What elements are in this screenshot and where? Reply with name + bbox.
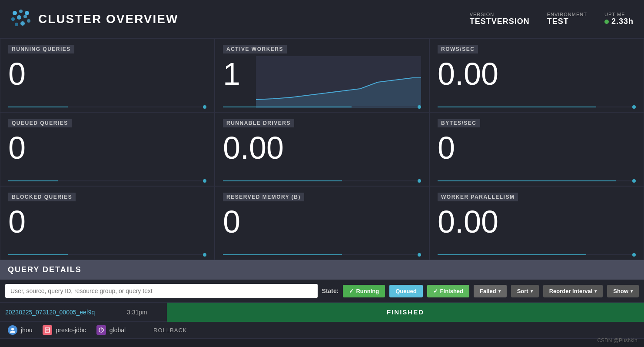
- rollback-label: ROLLBACK: [153, 327, 187, 334]
- environment-value: TEST: [547, 17, 569, 26]
- metric-rows-sec-value: 0.00: [438, 57, 636, 91]
- finished-button-label: Finished: [440, 288, 463, 294]
- search-input[interactable]: [5, 284, 318, 298]
- finished-check-icon: ✓: [433, 288, 438, 294]
- metric-queued-queries-bar: [8, 180, 206, 181]
- query-user-item: jhou: [8, 325, 32, 335]
- metric-queued-queries-label: QUEUED QUERIES: [8, 119, 72, 127]
- metric-queued-queries: QUEUED QUERIES 0: [0, 112, 215, 186]
- svg-point-1: [19, 10, 23, 13]
- metric-rows-sec-bar: [438, 107, 636, 107]
- page-title: CLUSTER OVERVIEW: [38, 12, 178, 26]
- svg-point-3: [11, 17, 15, 21]
- catalog-icon: [96, 325, 106, 335]
- metric-bytes-sec: BYTES/SEC 0: [429, 112, 644, 186]
- version-label: VERSION: [470, 12, 495, 17]
- show-button[interactable]: Show ▾: [607, 285, 639, 297]
- environment-meta: ENVIRONMENT TEST: [547, 12, 587, 26]
- finished-filter-button[interactable]: ✓ Finished: [427, 285, 469, 297]
- query-user-value: jhou: [21, 327, 32, 334]
- source-icon: [43, 325, 52, 335]
- metric-blocked-queries-value: 0: [8, 205, 206, 239]
- metric-worker-parallelism: WORKER PARALLELISM 0.00: [429, 186, 644, 260]
- metric-worker-parallelism-bar: [438, 254, 636, 255]
- metrics-grid: RUNNING QUERIES 0 ACTIVE WORKERS 1 ROWS/…: [0, 38, 644, 260]
- svg-point-5: [23, 15, 27, 18]
- query-meta-row: jhou presto-jdbc global ROLLBACK: [0, 322, 644, 339]
- show-dropdown-icon: ▾: [631, 289, 633, 294]
- reorder-dropdown-icon: ▾: [594, 289, 597, 294]
- uptime-value-container: 2.33h: [604, 17, 634, 26]
- query-time: 3:31pm: [127, 309, 162, 316]
- svg-point-8: [20, 21, 25, 26]
- header-right: VERSION TESTVERSION ENVIRONMENT TEST UPT…: [470, 12, 634, 26]
- user-icon: [8, 325, 17, 335]
- state-label: State:: [322, 287, 339, 294]
- metric-rows-sec: ROWS/SEC 0.00: [429, 38, 644, 112]
- svg-point-7: [15, 23, 18, 26]
- metric-reserved-memory: RESERVED MEMORY (B) 0: [215, 186, 429, 260]
- svg-point-0: [13, 11, 17, 15]
- query-id[interactable]: 20230225_073120_00005_eef9q: [5, 309, 127, 316]
- metric-active-workers-bar: [223, 107, 421, 107]
- running-filter-button[interactable]: ✓ Running: [343, 285, 385, 297]
- metric-blocked-queries-bar: [8, 254, 206, 255]
- failed-dropdown-icon: ▾: [498, 289, 501, 294]
- metric-worker-parallelism-label: WORKER PARALLELISM: [438, 193, 518, 201]
- sort-dropdown-icon: ▾: [531, 289, 533, 294]
- sort-button-label: Sort: [517, 288, 528, 294]
- queued-button-label: Queued: [395, 288, 416, 294]
- metric-reserved-memory-value: 0: [223, 205, 421, 239]
- logo-icon: [10, 9, 31, 30]
- queued-filter-button[interactable]: Queued: [389, 285, 422, 297]
- version-value: TESTVERSION: [470, 17, 530, 26]
- metric-running-queries-value: 0: [8, 57, 206, 91]
- version-meta: VERSION TESTVERSION: [470, 12, 530, 26]
- metric-running-queries: RUNNING QUERIES 0: [0, 38, 215, 112]
- metric-running-queries-bar: [8, 107, 206, 107]
- query-filter-bar: State: ✓ Running Queued ✓ Finished Faile…: [0, 280, 644, 303]
- metric-running-queries-label: RUNNING QUERIES: [8, 45, 74, 53]
- metric-runnable-drivers-value: 0.00: [223, 131, 421, 165]
- query-details-header: QUERY DETAILS: [0, 260, 644, 280]
- metric-reserved-memory-label: RESERVED MEMORY (B): [223, 193, 304, 201]
- query-status-bar: FINISHED: [167, 303, 644, 322]
- uptime-dot: [604, 20, 609, 24]
- uptime-label: UPTIME: [604, 12, 625, 17]
- header: CLUSTER OVERVIEW VERSION TESTVERSION ENV…: [0, 0, 644, 38]
- metric-runnable-drivers-bar: [223, 180, 421, 181]
- svg-point-2: [25, 11, 29, 15]
- query-status-text: FINISHED: [387, 308, 424, 316]
- metric-queued-queries-value: 0: [8, 131, 206, 165]
- running-check-icon: ✓: [349, 288, 354, 294]
- metric-runnable-drivers-label: RUNNABLE DRIVERS: [223, 119, 294, 127]
- svg-point-11: [11, 328, 14, 330]
- metric-blocked-queries-label: BLOCKED QUERIES: [8, 193, 76, 201]
- workers-chart: [256, 56, 421, 108]
- metric-worker-parallelism-value: 0.00: [438, 205, 636, 239]
- query-catalog-item: global: [96, 325, 126, 335]
- reorder-interval-label: Reorder Interval: [549, 288, 593, 294]
- metric-bytes-sec-label: BYTES/SEC: [438, 119, 480, 127]
- metric-bytes-sec-bar: [438, 180, 636, 181]
- metric-runnable-drivers: RUNNABLE DRIVERS 0.00: [215, 112, 429, 186]
- query-source-item: presto-jdbc: [43, 325, 86, 335]
- sort-button[interactable]: Sort ▾: [511, 285, 539, 297]
- metric-active-workers: ACTIVE WORKERS 1: [215, 38, 429, 112]
- reorder-interval-button[interactable]: Reorder Interval ▾: [543, 285, 603, 297]
- failed-filter-button[interactable]: Failed ▾: [474, 285, 507, 297]
- metric-rows-sec-label: ROWS/SEC: [438, 45, 478, 53]
- query-catalog-value: global: [110, 327, 126, 334]
- svg-point-4: [17, 15, 21, 20]
- running-button-label: Running: [356, 288, 379, 294]
- metric-active-workers-label: ACTIVE WORKERS: [223, 45, 287, 53]
- environment-label: ENVIRONMENT: [547, 12, 587, 17]
- failed-button-label: Failed: [480, 288, 496, 294]
- query-source-value: presto-jdbc: [56, 327, 86, 334]
- metric-blocked-queries: BLOCKED QUERIES 0: [0, 186, 215, 260]
- metric-reserved-memory-bar: [223, 254, 421, 255]
- show-button-label: Show: [613, 288, 628, 294]
- header-left: CLUSTER OVERVIEW: [10, 9, 178, 30]
- table-row[interactable]: 20230225_073120_00005_eef9q 3:31pm FINIS…: [0, 303, 644, 322]
- uptime-value: 2.33h: [611, 17, 634, 26]
